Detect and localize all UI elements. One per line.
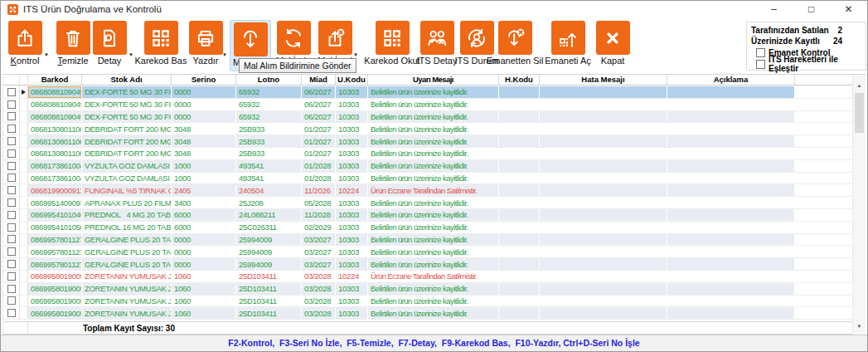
cell-serino[interactable]: 1000 bbox=[172, 173, 236, 184]
cell-hkodu[interactable] bbox=[499, 111, 540, 123]
column-header-serino[interactable]: Serino bbox=[172, 75, 236, 85]
checkbox-icon[interactable] bbox=[7, 272, 16, 281]
row-checkbox[interactable] bbox=[3, 222, 20, 233]
cell-hata[interactable] bbox=[540, 246, 667, 257]
cell-serino[interactable]: 1060 bbox=[172, 296, 236, 307]
checkbox-icon[interactable] bbox=[7, 235, 16, 243]
cell-ukodu[interactable]: 10303 bbox=[336, 148, 368, 159]
cell-hata[interactable] bbox=[540, 271, 667, 282]
cell-hata[interactable] bbox=[540, 296, 667, 307]
checkbox-icon[interactable] bbox=[7, 137, 16, 145]
checkbox-icon[interactable] bbox=[7, 211, 16, 219]
cell-serino[interactable]: 0000 bbox=[172, 246, 236, 257]
cell-barkod[interactable]: 08681738610048 bbox=[28, 160, 82, 172]
cell-aciklama[interactable] bbox=[667, 283, 795, 295]
checkbox-icon[interactable] bbox=[7, 296, 16, 305]
cell-aciklama[interactable] bbox=[667, 99, 795, 110]
cell-stok[interactable]: GERALGINE PLUS 20 TABLE bbox=[82, 234, 172, 246]
cell-barkod[interactable]: 08699541010504 bbox=[28, 222, 82, 233]
cell-miad[interactable]: 11/2028 bbox=[302, 209, 336, 221]
cell-miad[interactable]: 03/2028 bbox=[302, 307, 336, 319]
cell-hkodu[interactable] bbox=[499, 246, 540, 257]
cell-miad[interactable]: 06/2027 bbox=[302, 99, 336, 110]
cell-serino[interactable]: 0000 bbox=[172, 258, 236, 270]
cell-miad[interactable]: 03/2028 bbox=[302, 283, 336, 295]
row-checkbox[interactable] bbox=[3, 209, 20, 221]
grid-row[interactable]: 08680881090493DEX-FORTE 50 MG 30 FILM000… bbox=[3, 111, 852, 124]
checkbox-icon[interactable] bbox=[7, 186, 16, 194]
checkbox-icon[interactable] bbox=[7, 260, 16, 268]
cell-lotno[interactable]: 25D103411 bbox=[236, 307, 302, 319]
cell-ukodu[interactable]: 10303 bbox=[336, 283, 368, 295]
cell-hkodu[interactable] bbox=[499, 148, 540, 159]
grid-row[interactable]: 08699578011272GERALGINE PLUS 20 TABLE000… bbox=[3, 246, 852, 258]
cell-ukodu[interactable]: 10303 bbox=[336, 222, 368, 233]
cell-uyari[interactable]: Belirtilen ürün üzerinize kayitlidir. bbox=[368, 222, 499, 233]
cell-lotno[interactable]: 25B933 bbox=[236, 135, 302, 147]
cell-hata[interactable] bbox=[540, 160, 667, 172]
cell-stok[interactable]: DEBRIDAT FORT 200 MG 40 bbox=[82, 123, 172, 134]
checkbox-icon[interactable] bbox=[7, 125, 16, 133]
cell-aciklama[interactable] bbox=[667, 197, 795, 208]
cell-barkod[interactable]: 08699578011272 bbox=[28, 258, 82, 270]
grid-row[interactable]: 08699514090977APRANAX PLUS 20 FILM TA340… bbox=[3, 197, 852, 209]
cell-barkod[interactable]: 08699578011272 bbox=[28, 246, 82, 257]
cell-stok[interactable]: FUNGINAIL %5 TIRNAK CIL bbox=[82, 184, 172, 196]
cell-miad[interactable]: 01/2028 bbox=[302, 173, 336, 184]
cell-ukodu[interactable]: 10303 bbox=[336, 258, 368, 270]
cell-lotno[interactable]: 25C026311 bbox=[236, 222, 302, 233]
kontrol-dropdown-arrow[interactable]: ▼ bbox=[43, 52, 50, 57]
cell-ukodu[interactable]: 10303 bbox=[336, 123, 368, 134]
cell-aciklama[interactable] bbox=[667, 173, 795, 184]
karekod-bas-button[interactable]: Karekod Bas bbox=[133, 21, 188, 66]
its-detay-button[interactable]: ITS Detay bbox=[416, 21, 458, 66]
cell-hata[interactable] bbox=[540, 99, 667, 110]
cell-serino[interactable]: 6000 bbox=[172, 209, 236, 221]
cell-hata[interactable] bbox=[540, 258, 667, 270]
cell-miad[interactable]: 01/2028 bbox=[302, 160, 336, 172]
mal-iptal-dropdown-arrow[interactable]: ▼ bbox=[352, 52, 359, 57]
row-checkbox[interactable] bbox=[3, 258, 20, 270]
cell-stok[interactable]: ZORETANIN YUMUSAK JELA bbox=[82, 307, 172, 319]
cell-serino[interactable]: 1060 bbox=[172, 283, 236, 295]
cell-aciklama[interactable] bbox=[667, 271, 795, 282]
yazdir-dropdown-arrow[interactable]: ▼ bbox=[221, 52, 228, 57]
cell-miad[interactable]: 03/2027 bbox=[302, 246, 336, 257]
cell-serino[interactable]: 3400 bbox=[172, 197, 236, 208]
cell-ukodu[interactable]: 10303 bbox=[336, 86, 368, 98]
row-checkbox[interactable] bbox=[3, 307, 20, 319]
cell-uyari[interactable]: Belirtilen ürün üzerinize kayitlidir. bbox=[368, 234, 499, 246]
row-checkbox[interactable] bbox=[3, 148, 20, 159]
cell-hkodu[interactable] bbox=[499, 234, 540, 246]
cell-stok[interactable]: DEX-FORTE 50 MG 30 FILM bbox=[82, 99, 172, 110]
row-checkbox[interactable] bbox=[3, 197, 20, 208]
cell-ukodu[interactable]: 10303 bbox=[336, 209, 368, 221]
cell-uyari[interactable]: Belirtilen ürün üzerinize kayitlidir. bbox=[368, 99, 499, 110]
cell-serino[interactable]: 0000 bbox=[172, 234, 236, 246]
cell-barkod[interactable]: 08680881090493 bbox=[28, 111, 82, 123]
row-checkbox[interactable] bbox=[3, 234, 20, 246]
cell-miad[interactable]: 03/2028 bbox=[302, 271, 336, 282]
kapat-button[interactable]: Kapat bbox=[593, 21, 633, 66]
cell-serino[interactable]: 0000 bbox=[172, 99, 236, 110]
cell-lotno[interactable]: 493541 bbox=[236, 173, 302, 184]
kontrol-button[interactable]: Kontrol bbox=[2, 21, 47, 66]
cell-barkod[interactable]: 08680881090493 bbox=[28, 99, 82, 110]
cell-hkodu[interactable] bbox=[499, 197, 540, 208]
cell-serino[interactable]: 1060 bbox=[172, 307, 236, 319]
grid-row[interactable]: 08680881090493DEX-FORTE 50 MG 30 FILM000… bbox=[3, 99, 852, 111]
cell-ukodu[interactable]: 10303 bbox=[336, 197, 368, 208]
cell-serino[interactable]: 1000 bbox=[172, 160, 236, 172]
karekod-okut-button[interactable]: Karekod Okut bbox=[364, 21, 420, 66]
grid-row[interactable]: 08699578011272GERALGINE PLUS 20 TABLE000… bbox=[3, 258, 852, 271]
checkbox-icon[interactable] bbox=[7, 174, 16, 182]
cell-uyari[interactable]: Ürün Eczane Tarafindan Satilmistir. bbox=[368, 184, 499, 196]
cell-hata[interactable] bbox=[540, 283, 667, 295]
cell-barkod[interactable]: 08681308011060 bbox=[28, 123, 82, 134]
checkbox-icon[interactable] bbox=[7, 285, 16, 293]
cell-aciklama[interactable] bbox=[667, 222, 795, 233]
cell-hkodu[interactable] bbox=[499, 222, 540, 233]
row-checkbox[interactable] bbox=[3, 296, 20, 307]
cell-hkodu[interactable] bbox=[499, 160, 540, 172]
cell-barkod[interactable]: 08699514090977 bbox=[28, 197, 82, 208]
